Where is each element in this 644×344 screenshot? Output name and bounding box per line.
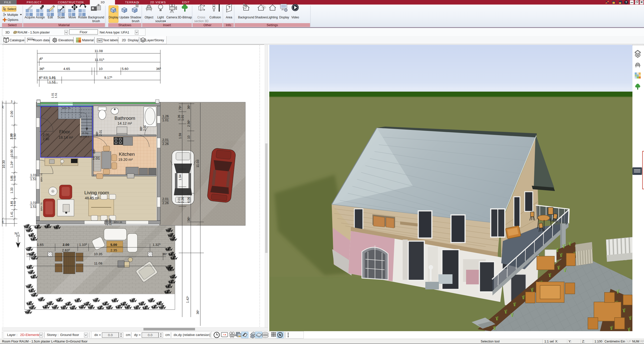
svg-text:3D-Bitmap: 3D-Bitmap	[178, 16, 192, 19]
svg-text:2.01: 2.01	[93, 156, 100, 160]
svg-text:1.01: 1.01	[49, 76, 56, 80]
svg-text:Assign: Assign	[36, 16, 45, 19]
svg-text:11.08: 11.08	[95, 49, 103, 53]
svg-text:Update: Update	[120, 16, 129, 19]
svg-text:Lighting: Lighting	[267, 16, 278, 19]
svg-text:Collision: Collision	[209, 16, 221, 19]
svg-text:4.65: 4.65	[63, 67, 70, 71]
svg-text:Cross: Cross	[197, 16, 205, 19]
svg-text:2.01: 2.01	[99, 130, 102, 136]
svg-text:N: N	[15, 232, 17, 235]
svg-text:N: N	[279, 333, 281, 337]
svg-text:48.85 m²: 48.85 m²	[85, 196, 99, 200]
svg-text:1.01: 1.01	[51, 93, 54, 98]
svg-text:2.26: 2.26	[162, 201, 169, 205]
svg-text:Object: Object	[145, 16, 154, 19]
svg-text:Display: Display	[279, 16, 289, 19]
svg-text:?: ?	[625, 1, 627, 4]
svg-text:2.35: 2.35	[110, 248, 117, 252]
svg-text:section 3D: section 3D	[194, 19, 209, 23]
svg-text:1.245: 1.245	[10, 161, 14, 168]
svg-text:1.65: 1.65	[37, 243, 44, 247]
svg-text:1.51: 1.51	[49, 80, 56, 84]
svg-text:2.01: 2.01	[143, 125, 146, 131]
svg-text:1.01: 1.01	[30, 201, 36, 205]
svg-text:14.12 m²: 14.12 m²	[118, 121, 132, 125]
svg-text:source▾: source▾	[155, 19, 166, 23]
svg-text:10: 10	[187, 135, 191, 139]
svg-text:BRH 26: BRH 26	[114, 221, 122, 223]
svg-text:Area: Area	[226, 16, 232, 19]
svg-text:1.26: 1.26	[162, 114, 169, 118]
svg-text:Acquire: Acquire	[25, 16, 35, 19]
svg-text:2.00: 2.00	[43, 133, 49, 137]
svg-text:1.33: 1.33	[10, 187, 14, 194]
svg-text:5.60: 5.60	[122, 67, 128, 71]
svg-text:2.01: 2.01	[162, 197, 169, 201]
svg-text:Move: Move	[68, 16, 76, 19]
svg-text:1.01: 1.01	[30, 173, 36, 177]
svg-text:BRH 75: BRH 75	[40, 173, 43, 182]
svg-text:Display: Display	[108, 16, 118, 19]
svg-text:10: 10	[99, 67, 102, 71]
svg-text:2.00: 2.00	[105, 219, 108, 225]
svg-text:1.41: 1.41	[10, 211, 14, 217]
svg-text:10.30: 10.30	[2, 160, 6, 169]
svg-text:1.51: 1.51	[54, 93, 57, 98]
svg-text:365: 365	[196, 310, 200, 314]
svg-text:Rotate: Rotate	[78, 16, 87, 19]
svg-text:5.00: 5.00	[110, 243, 117, 247]
svg-text:Kitchen: Kitchen	[119, 151, 135, 157]
svg-text:2.00: 2.00	[10, 133, 13, 139]
svg-text:1.425: 1.425	[186, 296, 190, 303]
svg-text:BRH 75: BRH 75	[40, 203, 43, 211]
svg-text:2.26: 2.26	[181, 197, 184, 203]
svg-text:65: 65	[40, 76, 43, 80]
svg-text:10.90: 10.90	[10, 149, 14, 157]
svg-text:?: ?	[228, 5, 230, 9]
svg-text:83: 83	[43, 76, 47, 80]
svg-text:Video: Video	[291, 16, 299, 19]
svg-text:Shadows: Shadows	[255, 16, 267, 19]
svg-text:11.03: 11.03	[196, 160, 200, 168]
svg-text:Shadow: Shadow	[130, 16, 141, 19]
svg-text:1.01: 1.01	[10, 201, 13, 206]
svg-text:Living room: Living room	[84, 190, 109, 195]
svg-text:365: 365	[2, 219, 4, 223]
svg-text:4.06: 4.06	[187, 197, 191, 203]
svg-text:365: 365	[2, 104, 4, 109]
svg-text:18.14 m²: 18.14 m²	[59, 135, 73, 139]
svg-text:11.015: 11.015	[95, 58, 104, 62]
svg-text:1.51: 1.51	[30, 177, 36, 181]
svg-text:2.26: 2.26	[162, 142, 169, 146]
svg-text:15 Stg: 15 Stg	[82, 132, 88, 134]
svg-text:1.51: 1.51	[13, 201, 16, 206]
svg-text:2.00: 2.00	[10, 111, 14, 117]
svg-text:brush: brush	[132, 19, 139, 23]
svg-text:Scale: Scale	[57, 16, 65, 19]
svg-text:1.01: 1.01	[181, 115, 184, 121]
svg-text:365: 365	[39, 67, 44, 71]
svg-text:brush: brush	[92, 19, 100, 23]
svg-text:Background: Background	[88, 16, 104, 19]
svg-text:1.01: 1.01	[10, 175, 13, 181]
svg-text:2.01: 2.01	[177, 197, 181, 203]
svg-text:1.26: 1.26	[177, 115, 181, 121]
svg-text:Bathroom: Bathroom	[115, 116, 135, 121]
svg-text:1.51: 1.51	[13, 175, 16, 181]
svg-text:19.20 m²: 19.20 m²	[118, 158, 133, 162]
svg-text:Floor: Floor	[59, 129, 70, 134]
svg-text:Light: Light	[157, 16, 164, 19]
svg-text:65: 65	[40, 57, 43, 61]
svg-text:2.50: 2.50	[13, 133, 17, 139]
svg-text:1.51: 1.51	[30, 205, 36, 209]
svg-text:10.35: 10.35	[94, 252, 102, 256]
svg-text:1.59: 1.59	[178, 133, 182, 139]
svg-text:2.00: 2.00	[63, 243, 69, 247]
svg-text:3: 3	[11, 100, 12, 103]
svg-text:11.08: 11.08	[94, 261, 102, 265]
svg-text:18.1•25.5: 18.1•25.5	[80, 135, 89, 138]
svg-text:Background: Background	[238, 16, 254, 19]
svg-text:2.01: 2.01	[162, 138, 169, 142]
svg-text:BRH 75: BRH 75	[62, 107, 70, 109]
